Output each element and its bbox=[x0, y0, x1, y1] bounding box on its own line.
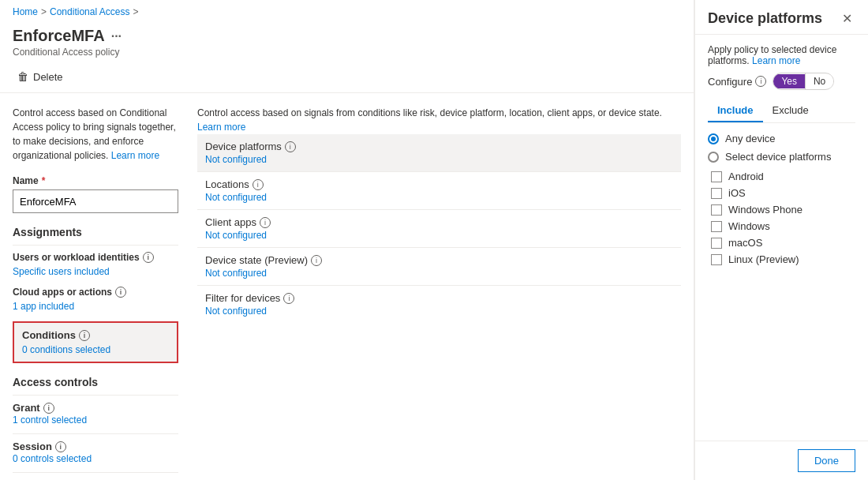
name-input[interactable] bbox=[13, 189, 178, 213]
cond-device-state-value: Not configured bbox=[205, 268, 673, 279]
left-desc: Control access based on Conditional Acce… bbox=[13, 106, 178, 163]
users-value[interactable]: Specific users included bbox=[13, 266, 178, 277]
checkbox-linux-box bbox=[711, 254, 722, 265]
right-column: Control access based on signals from con… bbox=[197, 106, 681, 479]
checkbox-linux-label: Linux (Preview) bbox=[728, 253, 799, 265]
side-panel-footer: Done bbox=[695, 441, 868, 480]
more-options-icon[interactable]: ··· bbox=[111, 29, 122, 43]
checkbox-windows-phone[interactable]: Windows Phone bbox=[711, 204, 855, 216]
radio-any-device-label: Any device bbox=[725, 133, 776, 144]
breadcrumb-home[interactable]: Home bbox=[13, 6, 38, 17]
name-required: * bbox=[42, 175, 46, 186]
radio-any-device[interactable]: Any device bbox=[708, 133, 855, 144]
cond-locations-value: Not configured bbox=[205, 192, 673, 203]
users-info-icon[interactable]: i bbox=[143, 252, 154, 263]
radio-select-platforms-circle bbox=[708, 152, 719, 163]
checkbox-android[interactable]: Android bbox=[711, 171, 855, 182]
cond-client-apps-value: Not configured bbox=[205, 230, 673, 241]
include-exclude-tabs: Include Exclude bbox=[708, 99, 855, 123]
configure-toggle[interactable]: Yes No bbox=[773, 73, 834, 90]
radio-select-platforms[interactable]: Select device platforms bbox=[708, 151, 855, 163]
cond-client-apps-title: Client apps bbox=[205, 216, 256, 228]
session-info-icon[interactable]: i bbox=[55, 441, 66, 452]
conditions-list: Device platforms i Not configured Locati… bbox=[197, 134, 681, 323]
radio-any-device-circle bbox=[708, 133, 719, 144]
checkbox-macos-label: macOS bbox=[728, 237, 762, 249]
cond-filter-devices-value: Not configured bbox=[205, 306, 673, 317]
page-header: EnforceMFA ··· Conditional Access policy bbox=[0, 24, 694, 64]
condition-filter-devices[interactable]: Filter for devices i Not configured bbox=[197, 286, 681, 323]
configure-no[interactable]: No bbox=[806, 74, 833, 88]
breadcrumb-sep1: > bbox=[41, 6, 47, 17]
page-subtitle: Conditional Access policy bbox=[13, 47, 681, 58]
checkbox-ios[interactable]: iOS bbox=[711, 187, 855, 199]
left-column: Control access based on Conditional Acce… bbox=[13, 106, 178, 479]
platform-checkboxes: Android iOS Windows Phone Windows macOS … bbox=[711, 171, 855, 265]
device-radio-group: Any device Select device platforms bbox=[708, 133, 855, 163]
condition-locations[interactable]: Locations i Not configured bbox=[197, 172, 681, 209]
cloud-info-icon[interactable]: i bbox=[115, 287, 126, 298]
left-learn-more[interactable]: Learn more bbox=[111, 150, 159, 161]
cloud-label: Cloud apps or actions bbox=[13, 287, 112, 298]
checkbox-macos[interactable]: macOS bbox=[711, 237, 855, 249]
cond-device-platforms-value: Not configured bbox=[205, 154, 673, 165]
toolbar: 🗑 Delete bbox=[0, 64, 694, 93]
conditions-label: Conditions bbox=[22, 329, 76, 341]
breadcrumb: Home > Conditional Access > bbox=[0, 0, 694, 24]
checkbox-linux[interactable]: Linux (Preview) bbox=[711, 253, 855, 265]
cond-locations-title: Locations bbox=[205, 178, 249, 190]
cond-device-platforms-title: Device platforms bbox=[205, 141, 282, 152]
checkbox-android-label: Android bbox=[728, 171, 764, 182]
conditions-info-icon[interactable]: i bbox=[79, 330, 90, 341]
access-controls-heading: Access controls bbox=[13, 376, 178, 388]
checkbox-macos-box bbox=[711, 238, 722, 249]
done-button[interactable]: Done bbox=[798, 449, 855, 472]
users-label: Users or workload identities bbox=[13, 252, 140, 263]
checkbox-windows-box bbox=[711, 221, 722, 232]
name-field-section: Name * bbox=[13, 175, 178, 213]
cond-device-state-info[interactable]: i bbox=[311, 255, 322, 266]
cond-locations-info[interactable]: i bbox=[253, 179, 264, 190]
configure-info-icon[interactable]: i bbox=[755, 76, 766, 87]
tab-include[interactable]: Include bbox=[708, 99, 763, 122]
cond-client-apps-info[interactable]: i bbox=[260, 217, 271, 228]
configure-yes[interactable]: Yes bbox=[773, 74, 805, 88]
conditions-box[interactable]: Conditions i 0 conditions selected bbox=[13, 321, 178, 363]
radio-select-platforms-label: Select device platforms bbox=[725, 151, 831, 163]
delete-button[interactable]: 🗑 Delete bbox=[13, 67, 68, 86]
configure-row: Configure i Yes No bbox=[708, 73, 855, 90]
delete-icon: 🗑 bbox=[17, 70, 28, 83]
session-label: Session bbox=[13, 441, 52, 452]
checkbox-windows-phone-box bbox=[711, 204, 722, 216]
condition-device-state[interactable]: Device state (Preview) i Not configured bbox=[197, 248, 681, 285]
side-panel-header: Device platforms ✕ bbox=[695, 0, 868, 35]
conditions-value: 0 conditions selected bbox=[22, 344, 169, 355]
checkbox-ios-box bbox=[711, 188, 722, 199]
page-title-text: EnforceMFA bbox=[13, 27, 105, 45]
configure-label: Configure bbox=[708, 76, 752, 88]
grant-label: Grant bbox=[13, 402, 40, 414]
cond-filter-devices-info[interactable]: i bbox=[283, 293, 294, 304]
grant-info-icon[interactable]: i bbox=[43, 403, 54, 414]
cond-device-state-title: Device state (Preview) bbox=[205, 254, 308, 266]
session-value[interactable]: 0 controls selected bbox=[13, 453, 92, 464]
cloud-value[interactable]: 1 app included bbox=[13, 301, 178, 312]
side-panel: Device platforms ✕ Apply policy to selec… bbox=[694, 0, 868, 480]
side-panel-title: Device platforms bbox=[708, 10, 822, 27]
checkbox-windows[interactable]: Windows bbox=[711, 220, 855, 232]
cond-filter-devices-title: Filter for devices bbox=[205, 292, 280, 304]
checkbox-windows-phone-label: Windows Phone bbox=[728, 204, 803, 216]
name-label: Name bbox=[13, 175, 39, 186]
grant-value[interactable]: 1 control selected bbox=[13, 414, 87, 426]
right-learn-more[interactable]: Learn more bbox=[197, 122, 245, 133]
side-panel-desc: Apply policy to selected device platform… bbox=[708, 44, 855, 66]
side-panel-body: Apply policy to selected device platform… bbox=[695, 35, 868, 441]
cond-device-platforms-info[interactable]: i bbox=[285, 141, 296, 152]
breadcrumb-sep2: > bbox=[133, 6, 138, 17]
close-button[interactable]: ✕ bbox=[839, 9, 855, 28]
side-panel-learn-more[interactable]: Learn more bbox=[752, 55, 800, 66]
condition-device-platforms[interactable]: Device platforms i Not configured bbox=[197, 134, 681, 171]
breadcrumb-conditional-access[interactable]: Conditional Access bbox=[50, 6, 129, 17]
tab-exclude[interactable]: Exclude bbox=[763, 99, 818, 122]
condition-client-apps[interactable]: Client apps i Not configured bbox=[197, 210, 681, 247]
